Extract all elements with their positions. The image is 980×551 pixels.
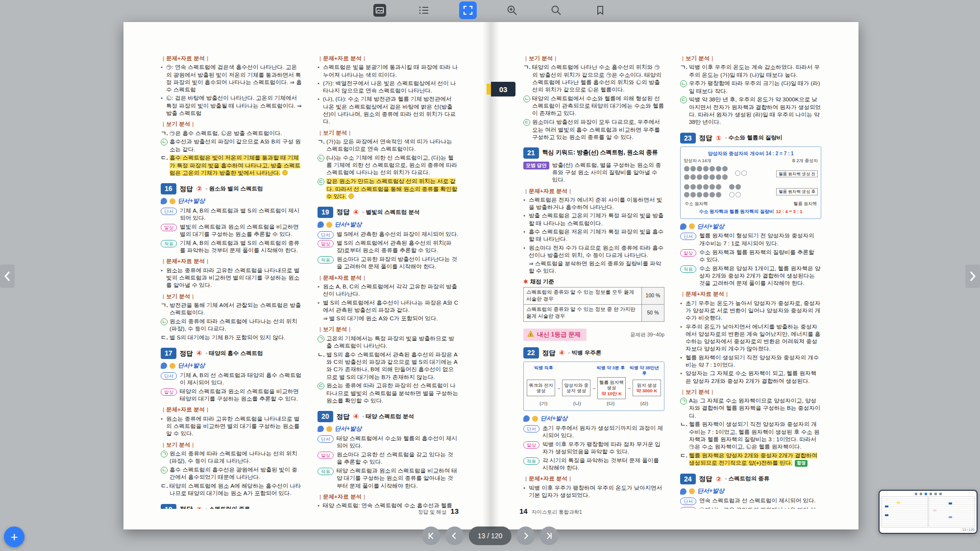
paragraph: •원소마다 전자 수가 다르므로 원소의 종류에 따라 흡수선이나 방출선의 위…: [523, 244, 664, 260]
grade-banner-label: !내신 1등급 문제: [523, 329, 587, 341]
paragraph: •(나), (다): 수소 기체 방전관과 헬륨 기체 방전관에서 나온 빛은 …: [318, 96, 459, 125]
paragraph: •우주의 온도가 낮아지면서 에너지를 방출하는 중성자에서 양성자로의 변환은…: [680, 323, 821, 353]
highlighted-text: 같은 원소가 만드는 스펙트럼상 선의 위치는 서로 같다. 따라서 선 스펙트…: [326, 178, 457, 199]
list-item: ㄷ.태양의 스펙트럼에 원소 A에 해당하는 흡수선이 나타나므로 태양의 대기…: [161, 482, 302, 498]
list-marker: ㄷ: [680, 96, 687, 103]
list-item: ㄴ(나)는 수소 기체에 의한 선 스펙트럼이고, (다)는 헬륨 기체에 의한…: [318, 154, 459, 177]
section-header: 보기 분석: [161, 120, 302, 128]
next-page-button[interactable]: [516, 527, 535, 545]
clue-label: 단서+발상: [178, 197, 205, 205]
flow-top-label: 빅뱅 약 3분 후: [594, 365, 628, 376]
flow-box: 원자 생성약 3000 K: [633, 380, 661, 396]
add-button[interactable]: +: [4, 527, 24, 547]
list-item-text: 흡수 스펙트럼의 흡수선은 광원에서 방출된 빛이 중간에서 흡수되었기 때문에…: [170, 466, 302, 481]
section-header: 문제+자료 분석: [318, 274, 459, 282]
answer-number: 21: [523, 147, 539, 159]
lightbulb-icon: [326, 426, 332, 432]
list-item-text: 태양의 스펙트럼에서 수소와 헬륨에 의해 형성된 선 스펙트럼이 관측되므로 …: [532, 95, 664, 118]
answer-header: 20정답④태양 스펙트럼 분석: [318, 411, 459, 422]
page-left: 문제+자료 분석•㉠: 연속 스펙트럼에 검은색 흡수선이 나타난다. 고온의 …: [123, 22, 491, 529]
flow-bottom-labels: (가)(나)(다)(라): [527, 401, 661, 407]
particle-circle: [684, 166, 689, 171]
hint-row: 단서기체 A, B의 선 스펙트럼과 태양의 흡수 스펙트럼이 제시되어 있다.: [161, 372, 302, 387]
paragraph-text: 초기 우주는 온도가 높아서 양성자가 중성자로, 중성자가 양성자로 서로 변…: [686, 300, 821, 322]
bookmark-icon[interactable]: [591, 1, 609, 19]
media-icon[interactable]: [371, 1, 389, 19]
prev-page-edge-button[interactable]: [0, 264, 15, 288]
neutron-label: B 2개 중성자: [792, 158, 818, 164]
hint-row: 발상빅뱅 이후 우주가 팽창함에 따라 점차 무거운 입자가 생성되었음을 파악…: [523, 441, 664, 456]
list-item-text: 빅뱅 약 38만 년 후, 우주의 온도가 약 3000K으로 낮아지면서 전자…: [689, 96, 821, 126]
answer-choice: ④: [353, 412, 359, 421]
list-marker: ㄴ.: [680, 421, 689, 451]
paragraph: •㉠: 연속 스펙트럼에 검은색 흡수선이 나타난다. 고온의 광원에서 방출된…: [161, 64, 302, 94]
grading-criteria: 스펙트럼의 종류와 알 수 있는 정보 중 한 가지만 옳게 서술한 경우: [524, 304, 642, 321]
flow-box-text: 헬륨 원자핵 생성: [599, 380, 624, 391]
hint-text: 수소 원자핵은 양성자 1개이고, 헬륨 원자핵은 양성자 2개와 중성자 2개…: [699, 265, 821, 287]
flow-box: 헬륨 원자핵 생성약 10만 K: [597, 377, 626, 400]
grading-row: 스펙트럼의 종류와 알 수 있는 정보 중 한 가지만 옳게 서술한 경우50 …: [524, 304, 664, 321]
list-marker: ㄷ.: [161, 334, 170, 341]
grading-percent: 100 %: [642, 287, 664, 304]
lightbulb-icon: [326, 222, 332, 228]
grading-row: 스펙트럼의 종류와 알 수 있는 정보를 모두 옳게 서술한 경우100 %: [524, 287, 664, 304]
list-icon[interactable]: [415, 1, 433, 19]
paragraph: •양성자는 그 자체로 수소 원자핵이 되고, 헬륨 원자핵은 양성자 2개와 …: [680, 370, 821, 385]
list-item: ㄱA는 그 자체로 수소 원자핵이므로 양성자이고, 양성자와 결합하여 헬륨 …: [680, 397, 821, 420]
clue-badge: 단서+발상: [680, 487, 821, 495]
list-marker: ㄱ.: [680, 64, 689, 79]
speech-bubble-icon: [680, 223, 686, 230]
last-page-button[interactable]: [539, 527, 558, 545]
section-header: 문제+자료 분석: [161, 406, 302, 413]
next-page-edge-button[interactable]: [965, 264, 980, 288]
bullet-icon: •: [318, 299, 323, 314]
answer-label: 정답: [699, 134, 712, 143]
previous-page-button[interactable]: [445, 527, 464, 545]
hint-row: 단서연속 스펙트럼과 선 스펙트럼이 제시되어 있다.: [680, 497, 821, 505]
answer-label: 정답: [699, 475, 712, 483]
particle-circle: [710, 174, 715, 180]
flow-top-label: [561, 365, 594, 376]
list-item: ㄷ.헬륨 원자핵은 양성자 2개와 중성자 2개가 결합하여 생성되므로 전기적…: [680, 452, 821, 467]
left-page-column-1: 문제+자료 분석•㉠: 연속 스펙트럼에 검은색 흡수선이 나타난다. 고온의 …: [161, 51, 302, 509]
chapter-tab[interactable]: 03: [491, 82, 515, 96]
paragraph-text: 원소마다 전자 수가 다르므로 원소의 종류에 따라 흡수선이나 방출선의 위치…: [529, 244, 664, 260]
list-item: ㄱ고온의 기체에서는 특정 파장의 빛을 방출하므로 방출 스펙트럼이 나타난다…: [318, 335, 459, 350]
list-item: ㄴ흡수선과 방출선의 파장이 같으므로 A와 B의 구성 원소는 같다.: [161, 138, 302, 153]
search-icon[interactable]: [547, 1, 565, 19]
first-page-button[interactable]: [422, 527, 441, 545]
particle-circle: [703, 184, 709, 190]
answer-choice: ④: [559, 348, 565, 358]
answer-header: 24정답②스펙트럼의 종류: [680, 474, 821, 485]
clue-label: 단서+발상: [697, 487, 724, 495]
hint-row: 발상㉠에서는 고온 고밀도의 광원에서 나온 빛이 상대적으로 온도가 낮은 수…: [680, 506, 821, 509]
spread-thumbnail[interactable]: 13 / 120: [879, 490, 978, 534]
page-navigation: 13 / 120: [422, 527, 559, 545]
list-item-text: 원소마다 방출선의 파장이 모두 다르므로, 우주에서 오는 여러 별빛의 흡수…: [532, 119, 664, 141]
particle-circle: [722, 174, 728, 180]
lightbulb-icon: [689, 488, 695, 494]
list-marker: ㄱ.: [523, 64, 532, 94]
svg-text:!: !: [530, 333, 532, 337]
lightbulb-icon: [170, 198, 175, 204]
hint-row: 적용각 시기의 특징을 파악하는 것부터 문제 풀이를 시작해야 한다.: [523, 457, 664, 472]
zoom-in-icon[interactable]: [503, 1, 521, 19]
paragraph-text: 원소는 종류에 따라 고유한 스펙트럼을 나타내므로 별빛의 스펙트럼과 비교하…: [166, 267, 302, 289]
paragraph-text: (나), (다): 수소 기체 방전관과 헬륨 기체 방전관에서 나온 빛은 스…: [323, 96, 459, 125]
clue-badge: 단서+발상: [318, 425, 459, 433]
bullet-icon: •: [523, 228, 529, 243]
list-item-text: 우주가 팽창함에 따라 우주의 크기는 (다)일 때가 (라)일 때보다 작다.: [689, 80, 821, 95]
paragraph-text: 빅뱅 이후 우주가 팽창하며 우주의 온도가 낮아지면서 기본 입자가 생성되었…: [529, 484, 664, 500]
answer-topic: 빅뱅 우주론: [568, 349, 601, 357]
hint-row: 적용원소마다 고유한 파장의 방출선이 나타난다는 것을 고려하여 문제 풀이를…: [318, 256, 459, 271]
particle-circle: [710, 184, 715, 190]
list-marker: ㄷ: [523, 119, 530, 126]
grade-banner: !내신 1등급 문제문제편 39~40p: [523, 329, 664, 341]
flow-top-labels: 빅뱅 직후빅뱅 약 3분 후빅뱅 약 38만년 후: [527, 365, 661, 376]
hint-pill: 단서: [161, 208, 177, 215]
page-number: 13: [450, 507, 459, 515]
clue-badge: 단서+발상: [161, 362, 302, 370]
fullscreen-icon[interactable]: [459, 1, 477, 19]
list-marker: ㄷ.: [161, 154, 170, 177]
lightbulb-icon: [532, 416, 538, 422]
